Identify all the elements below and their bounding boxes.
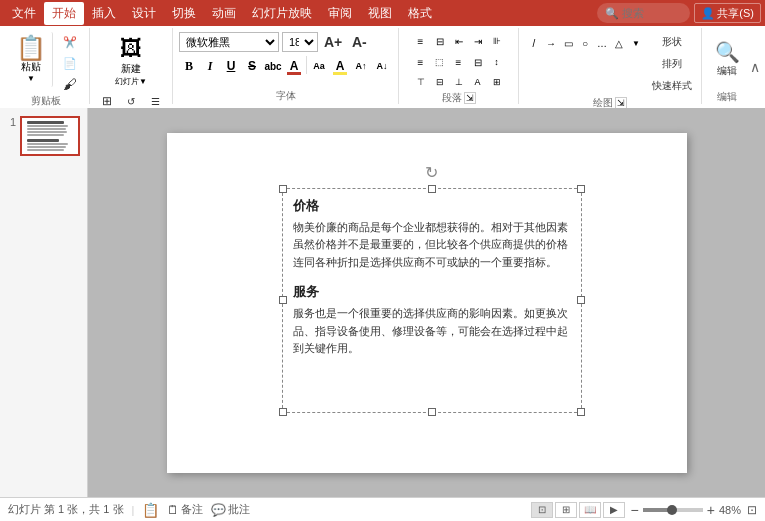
ribbon: 📋 粘贴 ▼ ✂️ 📄 🖌 剪贴板 🖼 新建 幻灯片▼ [0,26,765,108]
paragraph-expand-icon[interactable]: ⇲ [464,92,476,104]
bullet-list-button[interactable]: ≡ [412,32,430,50]
menu-design[interactable]: 设计 [124,2,164,25]
shape-arrow[interactable]: → [542,34,560,52]
share-icon: 👤 [701,7,715,20]
text-columns-button[interactable]: ⊪ [488,32,506,50]
font-size-select[interactable]: 18 [282,32,318,52]
font-color-button[interactable]: A [284,56,304,76]
menu-format[interactable]: 格式 [400,2,440,25]
shape-line[interactable]: / [525,34,543,52]
handle-middle-left[interactable] [279,296,287,304]
new-slide-button[interactable]: 🖼 新建 幻灯片▼ [111,34,151,89]
arrange-button[interactable]: 排列 [649,54,695,74]
menu-file[interactable]: 文件 [4,2,44,25]
handle-top-middle[interactable] [428,185,436,193]
section1-title: 价格 [293,197,571,215]
edit-label: 编辑 [717,64,737,78]
align-middle-button[interactable]: ⊟ [431,73,449,91]
reading-view-button[interactable]: 📖 [579,502,601,518]
text-box[interactable]: ↻ 价格 物美价廉的商品是每个企业都想获得的。相对于其他因素虽然价格并不是最重要… [282,188,582,413]
slide-canvas[interactable]: ↻ 价格 物美价廉的商品是每个企业都想获得的。相对于其他因素虽然价格并不是最重要… [167,133,687,473]
italic-button[interactable]: I [200,56,220,76]
canvas-area: ↻ 价格 物美价廉的商品是每个企业都想获得的。相对于其他因素虽然价格并不是最重要… [88,108,765,497]
numbered-list-button[interactable]: ⊟ [431,32,449,50]
handle-bottom-middle[interactable] [428,408,436,416]
bold-button[interactable]: B [179,56,199,76]
shape-oval[interactable]: ○ [576,34,594,52]
search-input[interactable] [622,7,682,19]
decrease-indent-button[interactable]: ⇤ [450,32,468,50]
increase-indent-button[interactable]: ⇥ [469,32,487,50]
edit-button[interactable]: 🔍 编辑 [711,38,744,80]
underline-button[interactable]: U [221,56,241,76]
handle-bottom-left[interactable] [279,408,287,416]
font-expand-button[interactable]: A↓ [372,56,392,76]
menu-slideshow[interactable]: 幻灯片放映 [244,2,320,25]
menu-animation[interactable]: 动画 [204,2,244,25]
menu-transition[interactable]: 切换 [164,2,204,25]
font-family-select[interactable]: 微软雅黑 [179,32,279,52]
shape-triangle[interactable]: △ [610,34,628,52]
decrease-font-button[interactable]: A- [348,32,370,52]
share-label: 共享(S) [717,6,754,21]
zoom-in-button[interactable]: + [707,502,715,518]
copy-button[interactable]: 📄 [59,53,81,73]
status-separator1: | [132,504,135,516]
strikethrough-button[interactable]: S [242,56,262,76]
smartart-button[interactable]: ⊞ [488,73,506,91]
align-center-button[interactable]: ⬚ [431,53,449,71]
line-spacing-button[interactable]: ↕ [488,53,506,71]
menu-insert[interactable]: 插入 [84,2,124,25]
handle-top-left[interactable] [279,185,287,193]
handle-middle-right[interactable] [577,296,585,304]
cut-button[interactable]: ✂️ [59,32,81,52]
text-direction-button[interactable]: A [469,73,487,91]
notes-icon: 🗒 [167,503,179,517]
comments-label[interactable]: 💬 批注 [211,502,250,517]
paste-button[interactable]: 📋 粘贴 ▼ [10,32,53,87]
increase-font-button[interactable]: A+ [321,32,345,52]
handle-bottom-right[interactable] [577,408,585,416]
rotate-handle[interactable]: ↻ [424,165,440,181]
share-button[interactable]: 👤 共享(S) [694,3,761,23]
align-left-button[interactable]: ≡ [412,53,430,71]
menu-view[interactable]: 视图 [360,2,400,25]
justify-button[interactable]: ⊟ [469,53,487,71]
normal-view-button[interactable]: ⊡ [531,502,553,518]
align-bottom-button[interactable]: ⊥ [450,73,468,91]
slide-thumbnail[interactable] [20,116,80,156]
align-right-button[interactable]: ≡ [450,53,468,71]
shape-rect[interactable]: ▭ [559,34,577,52]
fit-window-button[interactable]: ⊡ [747,503,757,517]
font-shrink-button[interactable]: A↑ [351,56,371,76]
zoom-level[interactable]: 48% [719,504,741,516]
menu-review[interactable]: 审阅 [320,2,360,25]
handle-top-right[interactable] [577,185,585,193]
paragraph-label: 段落 [442,91,462,105]
text-shadow-button[interactable]: abc [263,56,283,76]
paste-dropdown-icon: ▼ [27,74,35,83]
text-case-button[interactable]: Aa [309,56,329,76]
shape-button[interactable]: 形状 [649,32,695,52]
format-painter-button[interactable]: 🖌 [59,74,81,94]
status-bar: 幻灯片 第 1 张，共 1 张 | 📋 🗒 备注 💬 批注 ⊡ ⊞ 📖 ▶ − … [0,497,765,521]
quick-styles-button[interactable]: 快速样式 [649,76,695,96]
slide-info: 幻灯片 第 1 张，共 1 张 [8,502,124,517]
notes-label[interactable]: 🗒 备注 [167,502,203,517]
shape-dropdown[interactable]: ▼ [627,34,645,52]
menu-home[interactable]: 开始 [44,2,84,25]
highlight-color-button[interactable]: A [330,56,350,76]
zoom-bar: − + 48% [631,502,741,518]
slide-sorter-button[interactable]: ⊞ [555,502,577,518]
zoom-slider[interactable] [643,508,703,512]
shape-more[interactable]: … [593,34,611,52]
notes-text: 备注 [181,502,203,517]
new-slide-dropdown-icon: 幻灯片▼ [115,76,147,87]
zoom-out-button[interactable]: − [631,502,639,518]
search-icon: 🔍 [605,7,619,20]
align-top-button[interactable]: ⊤ [412,73,430,91]
slideshow-button[interactable]: ▶ [603,502,625,518]
comments-text: 批注 [228,502,250,517]
ribbon-collapse-button[interactable]: ∧ [745,26,765,108]
status-icon1: 📋 [142,502,159,518]
